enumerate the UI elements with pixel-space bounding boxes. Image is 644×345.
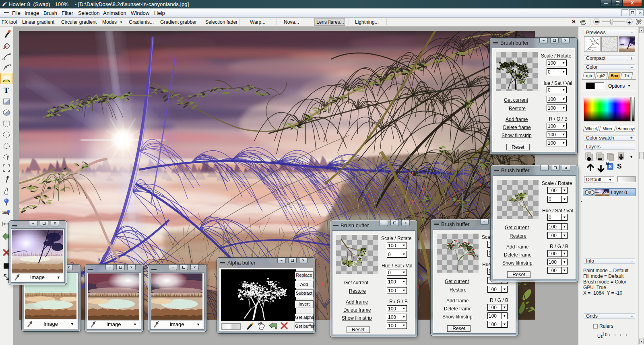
- svg-text:T: T: [4, 86, 9, 94]
